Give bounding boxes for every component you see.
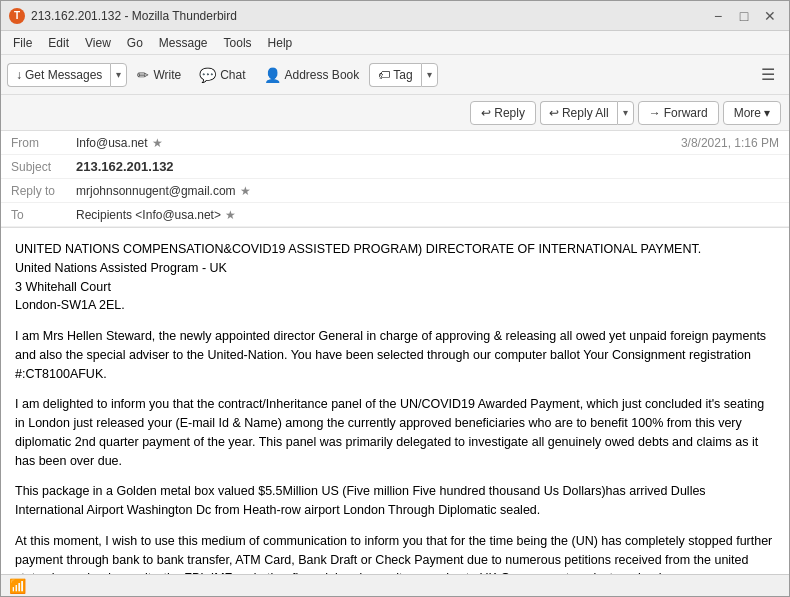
get-messages-dropdown[interactable]: ▾ — [110, 63, 127, 87]
to-address: Recipients <Info@usa.net> — [76, 208, 221, 222]
to-star-icon[interactable]: ★ — [225, 208, 236, 222]
more-dropdown-icon: ▾ — [764, 106, 770, 120]
write-label: Write — [153, 68, 181, 82]
forward-button[interactable]: → Forward — [638, 101, 719, 125]
subject-value: 213.162.201.132 — [76, 159, 779, 174]
address-book-button[interactable]: 👤 Address Book — [256, 63, 368, 87]
to-label: To — [11, 208, 76, 222]
email-body: UNITED NATIONS COMPENSATION&COVID19 ASSI… — [1, 228, 789, 574]
get-messages-label: Get Messages — [25, 68, 102, 82]
write-button[interactable]: ✏ Write — [129, 63, 189, 87]
tag-dropdown[interactable]: ▾ — [421, 63, 438, 87]
from-label: From — [11, 136, 76, 150]
menu-file[interactable]: File — [5, 34, 40, 52]
menu-message[interactable]: Message — [151, 34, 216, 52]
subject-row: Subject 213.162.201.132 — [1, 155, 789, 179]
reply-all-split: ↩ Reply All ▾ — [540, 101, 634, 125]
forward-label: Forward — [664, 106, 708, 120]
get-messages-split: ↓ Get Messages ▾ — [7, 63, 127, 87]
to-value: Recipients <Info@usa.net> ★ — [76, 208, 779, 222]
close-button[interactable]: ✕ — [759, 5, 781, 27]
email-content: UNITED NATIONS COMPENSATION&COVID19 ASSI… — [15, 240, 775, 574]
reply-button[interactable]: ↩ Reply — [470, 101, 536, 125]
chat-label: Chat — [220, 68, 245, 82]
reply-to-address: mrjohnsonnugent@gmail.com — [76, 184, 236, 198]
maximize-button[interactable]: □ — [733, 5, 755, 27]
menu-go[interactable]: Go — [119, 34, 151, 52]
menu-view[interactable]: View — [77, 34, 119, 52]
toolbar: ↓ Get Messages ▾ ✏ Write 💬 Chat 👤 Addres… — [1, 55, 789, 95]
more-label: More — [734, 106, 761, 120]
subject-label: Subject — [11, 160, 76, 174]
wifi-icon: 📶 — [9, 578, 26, 594]
window-title: 213.162.201.132 - Mozilla Thunderbird — [31, 9, 707, 23]
menu-tools[interactable]: Tools — [216, 34, 260, 52]
forward-icon: → — [649, 106, 661, 120]
tag-icon: 🏷 — [378, 68, 390, 82]
get-messages-icon: ↓ — [16, 68, 22, 82]
address-book-label: Address Book — [285, 68, 360, 82]
status-bar: 📶 — [1, 574, 789, 596]
action-bar: ↩ Reply ↩ Reply All ▾ → Forward More ▾ — [1, 95, 789, 131]
reply-icon: ↩ — [481, 106, 491, 120]
reply-all-dropdown[interactable]: ▾ — [617, 101, 634, 125]
email-header: From Info@usa.net ★ 3/8/2021, 1:16 PM Su… — [1, 131, 789, 228]
menu-help[interactable]: Help — [260, 34, 301, 52]
reply-all-button[interactable]: ↩ Reply All — [540, 101, 617, 125]
chat-button[interactable]: 💬 Chat — [191, 63, 253, 87]
from-star-icon[interactable]: ★ — [152, 136, 163, 150]
main-window: T 213.162.201.132 - Mozilla Thunderbird … — [0, 0, 790, 597]
reply-to-row: Reply to mrjohnsonnugent@gmail.com ★ — [1, 179, 789, 203]
minimize-button[interactable]: − — [707, 5, 729, 27]
tag-button[interactable]: 🏷 Tag — [369, 63, 420, 87]
window-controls: − □ ✕ — [707, 5, 781, 27]
from-row: From Info@usa.net ★ 3/8/2021, 1:16 PM — [1, 131, 789, 155]
email-date: 3/8/2021, 1:16 PM — [681, 136, 779, 150]
more-button[interactable]: More ▾ — [723, 101, 781, 125]
app-icon: T — [9, 8, 25, 24]
reply-to-label: Reply to — [11, 184, 76, 198]
address-book-icon: 👤 — [264, 67, 281, 83]
get-messages-button[interactable]: ↓ Get Messages — [7, 63, 110, 87]
reply-all-icon: ↩ — [549, 106, 559, 120]
to-row: To Recipients <Info@usa.net> ★ — [1, 203, 789, 227]
from-address: Info@usa.net — [76, 136, 148, 150]
reply-to-value: mrjohnsonnugent@gmail.com ★ — [76, 184, 779, 198]
reply-label: Reply — [494, 106, 525, 120]
menu-bar: File Edit View Go Message Tools Help — [1, 31, 789, 55]
from-value: Info@usa.net ★ — [76, 136, 681, 150]
write-icon: ✏ — [137, 67, 149, 83]
chat-icon: 💬 — [199, 67, 216, 83]
tag-label: Tag — [393, 68, 412, 82]
hamburger-menu[interactable]: ☰ — [753, 61, 783, 88]
tag-split: 🏷 Tag ▾ — [369, 63, 437, 87]
reply-star-icon[interactable]: ★ — [240, 184, 251, 198]
reply-all-label: Reply All — [562, 106, 609, 120]
menu-edit[interactable]: Edit — [40, 34, 77, 52]
title-bar: T 213.162.201.132 - Mozilla Thunderbird … — [1, 1, 789, 31]
